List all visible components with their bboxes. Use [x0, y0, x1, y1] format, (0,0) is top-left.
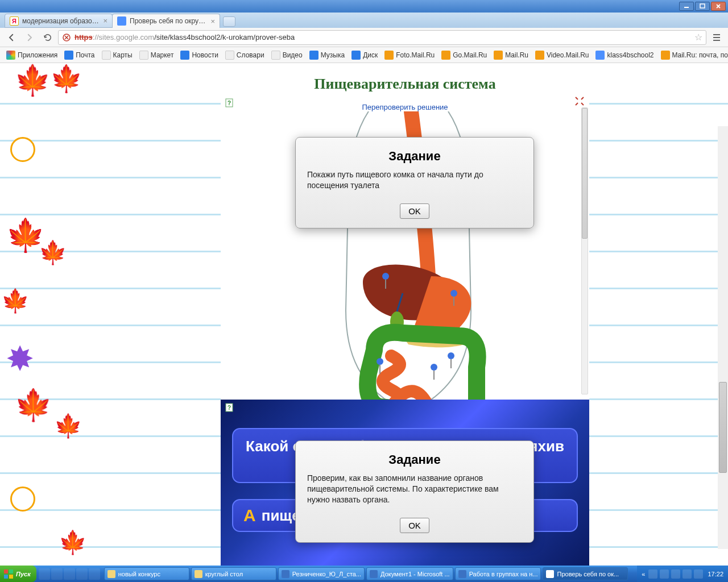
bookmark-item[interactable]: Go.Mail.Ru: [439, 49, 490, 61]
insecure-icon: [62, 33, 71, 42]
page-scrollbar[interactable]: [718, 126, 728, 549]
taskbar-clock[interactable]: 17:22: [708, 571, 723, 577]
maximize-button[interactable]: [695, 2, 710, 11]
forward-button[interactable]: [22, 30, 38, 45]
ok-button[interactable]: OK: [400, 518, 429, 533]
tray-icon[interactable]: [671, 569, 680, 579]
bookmark-item[interactable]: Video.Mail.Ru: [532, 49, 592, 61]
help-icon[interactable]: ?: [225, 403, 235, 413]
bookmark-item[interactable]: Почта: [61, 49, 97, 61]
quick-launch-item[interactable]: [76, 568, 88, 580]
svg-rect-18: [9, 569, 13, 573]
tray-icon[interactable]: [694, 569, 703, 579]
taskbar-button[interactable]: Документ1 - Microsoft ...: [366, 567, 453, 580]
bookmark-item[interactable]: Новости: [177, 49, 221, 61]
svg-point-11: [431, 364, 437, 371]
svg-point-5: [382, 273, 389, 280]
bookmark-item[interactable]: Маркет: [136, 49, 177, 61]
windows-taskbar: Пуск новый конкурс круглый стол Резничен…: [0, 566, 728, 582]
taskbar-button-active[interactable]: Проверь себя по ок...: [543, 567, 628, 580]
bookmark-item[interactable]: Mail.Ru: [491, 49, 531, 61]
taskbar-button[interactable]: Резниченко_Ю_Л_ста...: [278, 567, 365, 580]
back-button[interactable]: [3, 30, 19, 45]
url-text: https://sites.google.com/site/klass4bsch…: [75, 33, 295, 41]
tray-icon[interactable]: [648, 569, 657, 579]
svg-rect-0: [700, 4, 705, 8]
modal-title: Задание: [307, 452, 522, 467]
bookmark-item[interactable]: Словари: [222, 49, 267, 61]
minimize-button[interactable]: [679, 2, 694, 11]
pin-icon[interactable]: [431, 364, 437, 380]
address-bar[interactable]: https://sites.google.com/site/klass4bsch…: [58, 30, 706, 45]
window-titlebar: [0, 0, 728, 13]
svg-text:?: ?: [228, 405, 231, 411]
browser-toolbar: https://sites.google.com/site/klass4bsch…: [0, 28, 728, 47]
fullscreen-icon[interactable]: [574, 96, 585, 106]
tab-label: Проверь себя по окружаю: [130, 17, 207, 25]
tab-active[interactable]: Проверь себя по окружаю ×: [112, 14, 220, 28]
quick-launch: [36, 568, 102, 580]
svg-rect-20: [9, 575, 13, 579]
windows-logo-icon: [3, 569, 14, 579]
task-modal-1: Задание Покажи путь пищевого комка от на…: [295, 137, 534, 228]
tab-inactive-0[interactable]: Я модернизация образовани ×: [5, 14, 113, 28]
quick-launch-item[interactable]: [51, 568, 63, 580]
bookmark-item[interactable]: Mail.Ru: почта, поиск...: [658, 49, 728, 61]
tab-label: модернизация образовани: [22, 17, 100, 25]
task-modal-2: Задание Проверим, как вы запомнили назва…: [295, 440, 534, 543]
system-tray: « 17:22: [637, 566, 728, 582]
taskbar-button[interactable]: новый конкурс: [104, 567, 189, 580]
tray-icon[interactable]: [682, 569, 692, 579]
tab-close-icon[interactable]: ×: [210, 17, 215, 26]
svg-point-13: [448, 352, 454, 359]
bookmark-item[interactable]: Диск: [349, 49, 380, 61]
scrollbar-thumb[interactable]: [582, 108, 588, 239]
recheck-link[interactable]: Перепроверить решение: [221, 103, 589, 111]
bookmark-item[interactable]: klass4bschool2: [593, 49, 656, 61]
ok-button[interactable]: OK: [400, 203, 429, 219]
tab-close-icon[interactable]: ×: [103, 16, 107, 25]
quick-launch-item[interactable]: [39, 568, 50, 580]
svg-point-7: [450, 290, 457, 297]
page-title: Пищеварительная система: [221, 76, 589, 93]
apps-shortcut[interactable]: Приложения: [3, 49, 60, 61]
bookmark-item[interactable]: Музыка: [307, 49, 348, 61]
reload-button[interactable]: [40, 30, 56, 45]
bookmark-item[interactable]: Видео: [268, 49, 305, 61]
modal-body: Покажи путь пищевого комка от начала пут…: [307, 169, 522, 191]
pin-icon[interactable]: [448, 352, 454, 368]
bookmark-star-icon[interactable]: ☆: [694, 32, 702, 43]
scrollbar-thumb[interactable]: [719, 382, 727, 473]
bookmarks-bar: Приложения Почта Карты Маркет Новости Сл…: [0, 47, 728, 63]
help-icon[interactable]: ?: [225, 98, 235, 109]
tab-strip: Я модернизация образовани × Проверь себя…: [0, 13, 728, 28]
embed-scrollbar[interactable]: [580, 107, 589, 394]
chrome-menu-button[interactable]: [709, 30, 725, 45]
modal-body: Проверим, как вы запомнили название орга…: [307, 473, 522, 505]
taskbar-button[interactable]: круглый стол: [191, 567, 276, 580]
tray-icon[interactable]: [660, 569, 669, 579]
start-button[interactable]: Пуск: [0, 566, 36, 582]
svg-point-9: [377, 358, 383, 365]
quick-launch-item[interactable]: [89, 568, 100, 580]
taskbar-button[interactable]: Работа в группах на н...: [455, 567, 541, 580]
svg-rect-17: [4, 569, 8, 573]
quick-launch-item[interactable]: [64, 568, 75, 580]
svg-text:?: ?: [228, 100, 231, 106]
modal-title: Задание: [307, 149, 522, 164]
apps-icon: [6, 51, 15, 60]
new-tab-button[interactable]: [223, 16, 235, 27]
bookmark-item[interactable]: Карты: [99, 49, 135, 61]
svg-rect-19: [4, 575, 8, 579]
close-button[interactable]: [711, 2, 726, 11]
bookmark-item[interactable]: Foto.Mail.Ru: [382, 49, 437, 61]
